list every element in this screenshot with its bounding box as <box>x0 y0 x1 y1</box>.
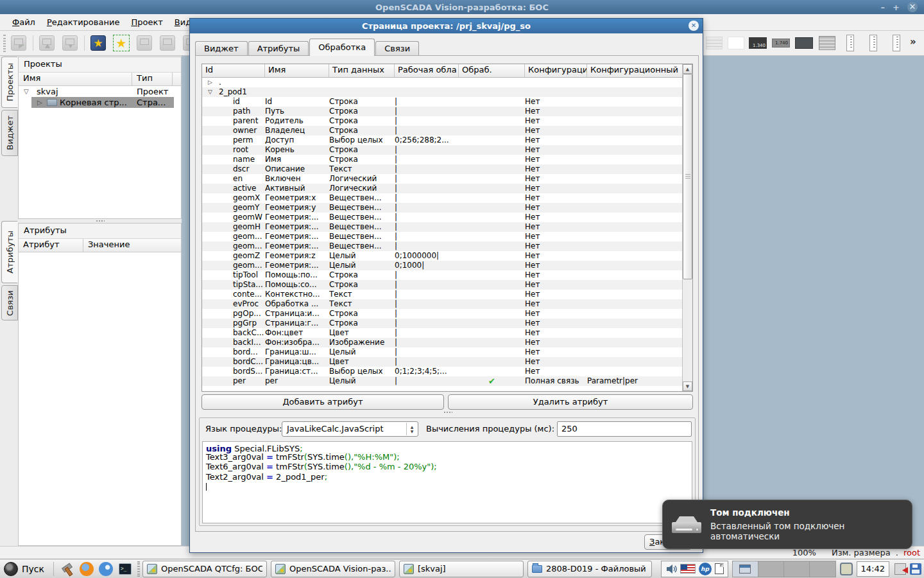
terminal-icon[interactable]: >_ <box>117 561 133 577</box>
volume-icon[interactable] <box>665 563 677 575</box>
spinner-icons[interactable]: ▲▼ <box>406 423 417 435</box>
procedure-period-input[interactable]: 250 <box>557 421 692 437</box>
attr-table-row[interactable]: geomYГеометрия:yВеществен...|Нет <box>202 203 683 213</box>
attr-column-header[interactable]: Конфигурационный <box>587 64 683 77</box>
tree-row-root-page[interactable]: ▷ Корневая стр... Стра... <box>19 97 181 108</box>
thunderbird-icon[interactable] <box>98 561 114 577</box>
dock-tab-attributes[interactable]: Атрибуты <box>1 221 18 283</box>
attr-table-row[interactable]: geomWГеометрия:...Веществен...|Нет <box>202 213 683 222</box>
tab-processing[interactable]: Обработка <box>309 39 375 56</box>
blank-widget-icon[interactable] <box>726 34 746 52</box>
attr-column-header[interactable]: Id <box>202 64 265 77</box>
hp-icon[interactable]: hp <box>699 563 712 575</box>
column-header-name[interactable]: Имя <box>19 73 132 85</box>
settings-tool-icon[interactable] <box>60 561 75 577</box>
attr-table-row[interactable]: evProcОбработка ...Текст|Нет <box>202 299 683 309</box>
attr-table-row[interactable]: pgGrpСтраница:г...Строка|Нет <box>202 319 683 328</box>
dock-tab-projects[interactable]: Проекты <box>1 57 18 108</box>
attr-table-row[interactable]: conte...Контекстно...Текст|Нет <box>202 290 683 299</box>
menu-item-2[interactable]: Проект <box>125 15 168 29</box>
tab-links[interactable]: Связи <box>375 41 419 56</box>
tab-widget[interactable]: Виджет <box>195 41 248 56</box>
mount-disk-icon[interactable] <box>910 563 921 575</box>
attr-table-row[interactable]: tipSta...Помощь:со...Строка|Нет <box>202 280 683 290</box>
attr-column-header[interactable]: Обраб. <box>459 64 525 77</box>
menu-item-0[interactable]: Файл <box>6 15 41 29</box>
firefox-icon[interactable] <box>79 561 94 577</box>
attr-table-row[interactable]: geomXГеометрия:xВеществен...|Нет <box>202 193 683 203</box>
document-icon[interactable] <box>715 563 724 574</box>
db-save-icon[interactable] <box>60 33 80 53</box>
vertical-scrollbar[interactable]: ▲ ▼ <box>682 64 692 391</box>
attr-table-row[interactable]: tipToolПомощь:по...Строка|Нет <box>202 270 683 280</box>
toolbar-drag-handle[interactable] <box>3 35 6 52</box>
toolbar-overflow-icon[interactable]: » <box>910 36 916 48</box>
lcd-widget-icon[interactable]: 1.340 <box>748 34 767 52</box>
attr-table-row[interactable]: permДоступВыбор целых0;256;288;2...Нет <box>202 136 683 145</box>
dock-tab-links[interactable]: Связи <box>1 285 18 320</box>
menu-item-1[interactable]: Редактирование <box>41 15 125 29</box>
start-button[interactable]: Пуск <box>3 561 49 577</box>
scroll-up-icon[interactable]: ▲ <box>683 64 692 74</box>
current-user[interactable]: root <box>903 548 920 557</box>
remove-attribute-button[interactable]: Удалить атрибут <box>448 394 693 410</box>
attr-table-row[interactable]: bordS...Граница:ст...Выбор целых0;1;2;3;… <box>202 367 683 376</box>
meter-widget-icon[interactable] <box>864 34 883 52</box>
tray-app-icon[interactable] <box>840 563 853 575</box>
task-button-1[interactable]: OpenSCADA Vision-раз... <box>271 561 395 577</box>
notification-toast[interactable]: Том подключен Вставленный том подключен … <box>662 500 912 549</box>
column-header-attribute[interactable]: Атрибут <box>19 239 83 252</box>
scroll-down-icon[interactable]: ▼ <box>683 381 692 391</box>
clone-visual-item-icon[interactable] <box>135 33 154 53</box>
dock-tab-widget[interactable]: Виджет <box>1 110 18 156</box>
attr-column-header[interactable]: Имя <box>265 64 329 77</box>
procedure-language-select[interactable]: JavaLikeCalc.JavaScript ▲▼ <box>282 421 418 437</box>
attr-column-header[interactable]: Тип данных <box>329 64 395 77</box>
scrollbar-thumb[interactable] <box>683 74 692 279</box>
procedure-code-editor[interactable]: using Special.FLibSYS;Text3_arg0val = tm… <box>202 441 692 523</box>
task-button-3[interactable]: 2808-D019 - Файловый ... <box>527 561 652 577</box>
panel-widget-icon[interactable] <box>794 34 814 52</box>
column-header-type[interactable]: Тип <box>132 73 173 85</box>
clock[interactable]: 14:42 <box>857 561 889 577</box>
tab-attributes[interactable]: Атрибуты <box>248 41 309 56</box>
collapse-icon[interactable]: ▽ <box>208 87 217 97</box>
attr-table-row[interactable]: ▷. <box>202 78 683 87</box>
desktop-2[interactable] <box>758 561 784 577</box>
expand-icon[interactable]: ▷ <box>37 97 42 108</box>
new-visual-item-icon[interactable]: ★ <box>89 33 108 53</box>
delete-visual-item-icon[interactable] <box>158 33 177 53</box>
attr-column-header[interactable]: Конфигураци <box>525 64 587 77</box>
maximize-button[interactable]: + <box>893 3 900 12</box>
attr-table-row[interactable]: ownerВладелецСтрока|Нет <box>202 126 683 136</box>
close-button[interactable]: ✕ <box>907 2 918 12</box>
logout-icon[interactable] <box>894 563 906 575</box>
attr-table-row[interactable]: ▽2_pod1 <box>202 87 683 97</box>
attr-table-row[interactable]: activeАктивныйЛогический|Нет <box>202 184 683 193</box>
run-vision-icon[interactable] <box>9 33 28 53</box>
desktop-pager[interactable] <box>732 561 836 577</box>
attr-table-row[interactable]: pathПутьСтрока|Нет <box>202 107 683 116</box>
taskbar-drag-handle[interactable] <box>137 561 140 577</box>
task-button-2[interactable]: [skvaj] <box>399 561 524 577</box>
expand-icon[interactable]: ▷ <box>208 78 217 87</box>
attr-table-row[interactable]: parentРодительСтрока|Нет <box>202 116 683 126</box>
attr-table-row[interactable]: geom...Геометрия:...Целый0;1000|Нет <box>202 261 683 270</box>
add-attribute-button[interactable]: Добавить атрибут <box>201 394 444 410</box>
attr-table-row[interactable]: geom...Геометрия:...Веществен...|Нет <box>202 232 683 241</box>
attr-table-row[interactable]: nameИмяСтрока|Нет <box>202 155 683 164</box>
attr-table-row[interactable]: bordC...Граница:цв...Цвет|Нет <box>202 357 683 367</box>
desktop-3[interactable] <box>784 561 810 577</box>
tree-row-project[interactable]: ▽ skvaj Проект <box>19 86 181 97</box>
dialog-close-icon[interactable]: ✕ <box>689 21 699 31</box>
attr-table-row[interactable]: idIdСтрока|Нет <box>202 97 683 107</box>
attr-table-row[interactable]: geomHГеометрия:...Веществен...|Нет <box>202 222 683 232</box>
desktop-4[interactable] <box>810 561 835 577</box>
meter-widget-icon[interactable] <box>841 34 860 52</box>
attr-table-row[interactable]: perperЦелый|✔Полная связьParametr|per <box>202 376 683 386</box>
attr-table-row[interactable]: geom...Геометрия:...Веществен...|Нет <box>202 241 683 251</box>
panel-splitter[interactable] <box>196 410 699 415</box>
collapse-icon[interactable]: ▽ <box>24 86 29 97</box>
us-flag-icon[interactable] <box>680 564 696 574</box>
column-header-value[interactable]: Значение <box>83 239 181 252</box>
